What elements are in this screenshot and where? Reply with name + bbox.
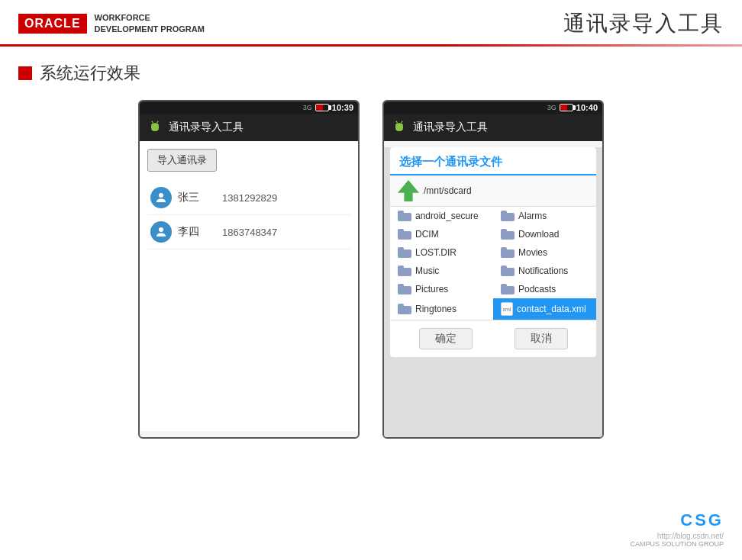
- svg-point-5: [159, 227, 163, 232]
- folder-label-ringtones: Ringtones: [415, 304, 456, 314]
- contact-avatar-2: [150, 221, 172, 243]
- header-divider: [0, 44, 742, 47]
- folder-label-dcim: DCIM: [415, 229, 439, 240]
- file-path-text: /mnt/sdcard: [424, 185, 472, 196]
- file-dialog-title: 选择一个通讯录文件: [390, 147, 596, 175]
- svg-line-3: [157, 121, 159, 124]
- section-title: 系统运行效果: [40, 62, 140, 85]
- contact-name-2: 李四: [178, 225, 216, 239]
- folder-label-download: Download: [518, 229, 559, 240]
- phone1-content: 导入通讯录 张三 1381292829 李四: [140, 141, 358, 431]
- folder-icon: [501, 247, 515, 258]
- phones-container: 3G 10:39 通讯录导入工具 导入通讯录: [0, 100, 742, 439]
- file-dialog: 选择一个通讯录文件 /mnt/sdcard android_secure Ala…: [390, 147, 596, 357]
- folder-movies[interactable]: Movies: [493, 243, 596, 262]
- phone1-mockup: 3G 10:39 通讯录导入工具 导入通讯录: [138, 100, 360, 439]
- phone2-title-text: 通讯录导入工具: [413, 121, 488, 134]
- file-label-contact-xml: contact_data.xml: [517, 304, 586, 314]
- folder-android-secure[interactable]: android_secure: [390, 207, 493, 225]
- folder-ringtones[interactable]: Ringtones: [390, 298, 493, 320]
- folder-label-pictures: Pictures: [415, 284, 448, 294]
- folder-podcasts[interactable]: Podcasts: [493, 280, 596, 298]
- folder-icon: [398, 266, 411, 276]
- folder-alarms[interactable]: Alarms: [493, 207, 596, 225]
- phone2-status-bar: 3G 10:40: [384, 101, 602, 114]
- import-contacts-button[interactable]: 导入通讯录: [147, 149, 217, 172]
- folder-icon: [501, 266, 515, 276]
- phone1-signal: 3G: [303, 104, 312, 111]
- svg-line-8: [396, 121, 398, 124]
- phone2-time: 10:40: [576, 103, 598, 112]
- folder-icon: [398, 284, 411, 294]
- contact-avatar-1: [150, 187, 172, 208]
- phone2-signal: 3G: [547, 104, 556, 111]
- folder-pictures[interactable]: Pictures: [390, 280, 493, 298]
- red-square-icon: [18, 66, 32, 80]
- header: ORACLE WORKFORCEDEVELOPMENT PROGRAM 通讯录导…: [0, 0, 742, 44]
- folder-download[interactable]: Download: [493, 225, 596, 243]
- footer: CSG http://blog.csdn.net/ CAMPUS SOLUTIO…: [630, 510, 724, 548]
- dialog-buttons: 确定 取消: [390, 320, 596, 357]
- phone2-battery: [560, 104, 573, 111]
- page-title: 通讯录导入工具: [563, 9, 724, 38]
- phone1-status-bar: 3G 10:39: [140, 101, 358, 114]
- cancel-button[interactable]: 取消: [515, 328, 568, 349]
- folder-dcim[interactable]: DCIM: [390, 225, 493, 243]
- folder-label-android-secure: android_secure: [415, 211, 479, 221]
- phone2-content: 选择一个通讯录文件 /mnt/sdcard android_secure Ala…: [384, 147, 602, 437]
- contact-phone-1: 1381292829: [222, 192, 277, 204]
- folder-icon: [398, 247, 411, 258]
- contact-row-2: 李四 1863748347: [147, 215, 350, 249]
- file-contact-xml[interactable]: xml contact_data.xml: [493, 298, 596, 320]
- phone2-title-bar: 通讯录导入工具: [384, 114, 602, 141]
- phone1-battery-fill: [316, 105, 324, 111]
- android-icon: [147, 120, 163, 135]
- svg-line-9: [402, 121, 403, 124]
- folder-label-alarms: Alarms: [518, 211, 547, 221]
- contact-phone-2: 1863748347: [222, 227, 277, 238]
- phone1-time: 10:39: [332, 103, 353, 112]
- file-grid: android_secure Alarms DCIM Download: [390, 207, 596, 320]
- phone2-mockup: 3G 10:40 通讯录导入工具 选择一个通讯录文件 /mnt/sdcard: [382, 100, 604, 439]
- xml-file-icon: xml: [501, 302, 513, 316]
- folder-icon: [501, 211, 515, 221]
- footer-url: http://blog.csdn.net/: [630, 532, 724, 540]
- file-path-row: /mnt/sdcard: [390, 175, 596, 207]
- csg-logo: CSG: [630, 510, 724, 530]
- phone1-title-text: 通讯录导入工具: [169, 121, 244, 134]
- phone1-battery: [315, 104, 329, 111]
- folder-icon: [398, 304, 411, 314]
- oracle-label: ORACLE: [18, 14, 87, 34]
- folder-label-music: Music: [415, 266, 439, 276]
- oracle-logo: ORACLE WORKFORCEDEVELOPMENT PROGRAM: [18, 12, 205, 36]
- campus-label: CAMPUS SOLUTION GROUP: [630, 540, 724, 548]
- folder-icon: [501, 284, 515, 294]
- folder-lost-dir[interactable]: LOST.DIR: [390, 243, 493, 262]
- folder-notifications[interactable]: Notifications: [493, 262, 596, 280]
- phone1-title-bar: 通讯录导入工具: [140, 114, 358, 141]
- folder-label-notifications: Notifications: [518, 266, 568, 276]
- confirm-button[interactable]: 确定: [419, 328, 473, 349]
- svg-point-4: [159, 193, 163, 198]
- contact-name-1: 张三: [178, 191, 216, 204]
- folder-label-lost-dir: LOST.DIR: [415, 247, 456, 258]
- phone2-battery-fill: [560, 105, 568, 111]
- folder-music[interactable]: Music: [390, 262, 493, 280]
- oracle-subtitle: WORKFORCEDEVELOPMENT PROGRAM: [95, 12, 205, 36]
- folder-icon: [398, 229, 411, 240]
- svg-line-2: [152, 121, 153, 124]
- up-arrow-icon[interactable]: [398, 180, 419, 201]
- folder-label-podcasts: Podcasts: [518, 284, 556, 294]
- folder-icon: [398, 211, 411, 221]
- contact-row-1: 张三 1381292829: [147, 181, 350, 215]
- folder-label-movies: Movies: [518, 247, 547, 258]
- folder-icon: [501, 229, 515, 240]
- android-icon-2: [392, 120, 407, 135]
- section-heading: 系统运行效果: [0, 62, 742, 85]
